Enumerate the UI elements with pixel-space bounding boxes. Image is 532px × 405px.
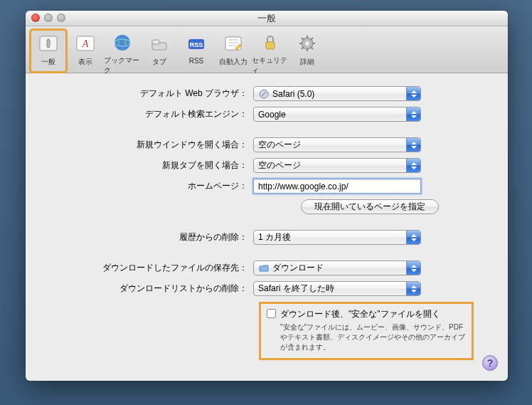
minimize-button[interactable] — [44, 14, 53, 22]
svg-line-21 — [302, 47, 304, 49]
default-search-value: Google — [258, 110, 286, 120]
svg-text:A: A — [82, 38, 89, 49]
toolbar-tab-rss[interactable]: RSSRSS — [178, 29, 215, 73]
new-tab-label: 新規タブを開く場合： — [47, 159, 253, 172]
chevron-updown-icon — [406, 231, 420, 244]
homepage-label: ホームページ： — [47, 180, 253, 192]
globe-icon — [111, 32, 134, 53]
chevron-updown-icon — [406, 159, 420, 172]
toolbar-tab-advanced[interactable]: 詳細 — [289, 29, 326, 73]
history-remove-label: 履歴からの削除： — [47, 231, 253, 243]
content-area: デフォルト Web ブラウザ： Safari (5.0) デフォルト検索エンジン… — [26, 73, 508, 370]
homepage-input[interactable] — [253, 179, 421, 194]
new-window-select[interactable]: 空のページ — [253, 137, 421, 152]
switch-icon — [37, 32, 60, 55]
toolbar-tab-security[interactable]: セキュリティ — [252, 29, 289, 73]
rss-icon: RSS — [185, 32, 208, 55]
window-controls — [31, 14, 65, 22]
toolbar-tab-appearance[interactable]: A表示 — [67, 29, 104, 73]
new-tab-value: 空のページ — [258, 159, 301, 172]
history-remove-select[interactable]: 1 カ月後 — [253, 230, 421, 245]
chevron-updown-icon — [406, 261, 420, 275]
toolbar-tab-bookmarks[interactable]: ブックマーク — [104, 29, 141, 73]
default-search-select[interactable]: Google — [253, 107, 421, 122]
chevron-updown-icon — [406, 87, 420, 100]
download-list-remove-label: ダウンロードリストからの削除： — [47, 283, 253, 295]
chevron-updown-icon — [406, 107, 420, 121]
toolbar-tab-label: 表示 — [78, 57, 92, 67]
toolbar-tab-general[interactable]: 一般 — [30, 29, 67, 73]
close-button[interactable] — [31, 14, 40, 22]
svg-point-13 — [305, 41, 309, 46]
titlebar: 一般 — [26, 11, 508, 26]
new-window-value: 空のページ — [258, 139, 301, 151]
help-button[interactable]: ? — [482, 355, 498, 371]
font-icon: A — [74, 32, 97, 55]
gear-icon — [296, 32, 319, 55]
open-safe-files-checkbox[interactable] — [267, 309, 276, 318]
pencil-icon — [222, 32, 245, 55]
new-window-label: 新規ウインドウを開く場合： — [47, 139, 253, 151]
toolbar: 一般A表示ブックマークタブRSSRSS自動入力セキュリティ詳細 — [26, 26, 508, 73]
svg-line-18 — [302, 38, 304, 40]
svg-rect-1 — [47, 39, 50, 48]
zoom-button[interactable] — [57, 14, 65, 22]
download-location-value: ダウンロード — [272, 262, 324, 274]
default-browser-label: デフォルト Web ブラウザ： — [47, 88, 253, 100]
default-browser-value: Safari (5.0) — [272, 89, 314, 99]
default-search-label: デフォルト検索エンジン： — [47, 108, 253, 120]
download-list-remove-value: Safari を終了した時 — [258, 283, 334, 295]
toolbar-tab-tabs[interactable]: タブ — [141, 29, 178, 73]
toolbar-tab-label: 自動入力 — [219, 57, 248, 67]
new-tab-select[interactable]: 空のページ — [253, 158, 421, 173]
open-safe-files-label: ダウンロード後、"安全な"ファイルを開く — [280, 308, 440, 320]
tab-icon — [148, 32, 171, 55]
folder-icon — [258, 263, 270, 274]
toolbar-tab-label: タブ — [152, 57, 166, 67]
svg-rect-7 — [152, 40, 159, 44]
set-current-page-button[interactable]: 現在開いているページを指定 — [301, 199, 439, 214]
lock-icon — [259, 32, 282, 53]
toolbar-tab-label: ブックマーク — [104, 56, 141, 75]
svg-line-19 — [311, 47, 313, 49]
toolbar-tab-label: RSS — [189, 57, 204, 65]
chevron-updown-icon — [406, 282, 420, 295]
toolbar-tab-label: セキュリティ — [252, 56, 289, 75]
svg-rect-11 — [266, 42, 275, 49]
window-title: 一般 — [257, 13, 276, 23]
history-remove-value: 1 カ月後 — [258, 231, 291, 243]
toolbar-tab-label: 詳細 — [300, 57, 314, 67]
svg-text:RSS: RSS — [190, 41, 203, 48]
safe-files-highlight: ダウンロード後、"安全な"ファイルを開く "安全な"ファイルには、ムービー、画像… — [259, 302, 474, 360]
toolbar-tab-autofill[interactable]: 自動入力 — [215, 29, 252, 73]
download-location-select[interactable]: ダウンロード — [253, 261, 421, 275]
svg-line-20 — [311, 38, 313, 40]
svg-point-4 — [115, 35, 130, 51]
open-safe-files-description: "安全な"ファイルには、ムービー、画像、サウンド、PDF やテキスト書類、ディス… — [280, 322, 466, 352]
chevron-updown-icon — [406, 138, 420, 152]
download-location-label: ダウンロードしたファイルの保存先： — [47, 262, 253, 274]
default-browser-select[interactable]: Safari (5.0) — [253, 86, 421, 101]
preferences-window: 一般 一般A表示ブックマークタブRSSRSS自動入力セキュリティ詳細 デフォルト… — [26, 11, 508, 381]
safari-icon — [258, 88, 270, 100]
download-list-remove-select[interactable]: Safari を終了した時 — [253, 281, 421, 296]
toolbar-tab-label: 一般 — [41, 57, 55, 67]
